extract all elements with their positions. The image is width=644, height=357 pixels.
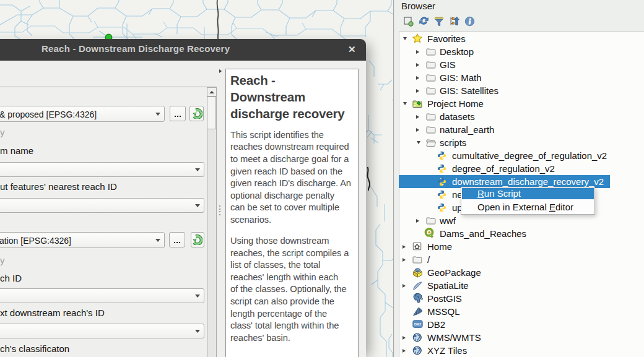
- svg-text:DB2: DB2: [414, 322, 422, 326]
